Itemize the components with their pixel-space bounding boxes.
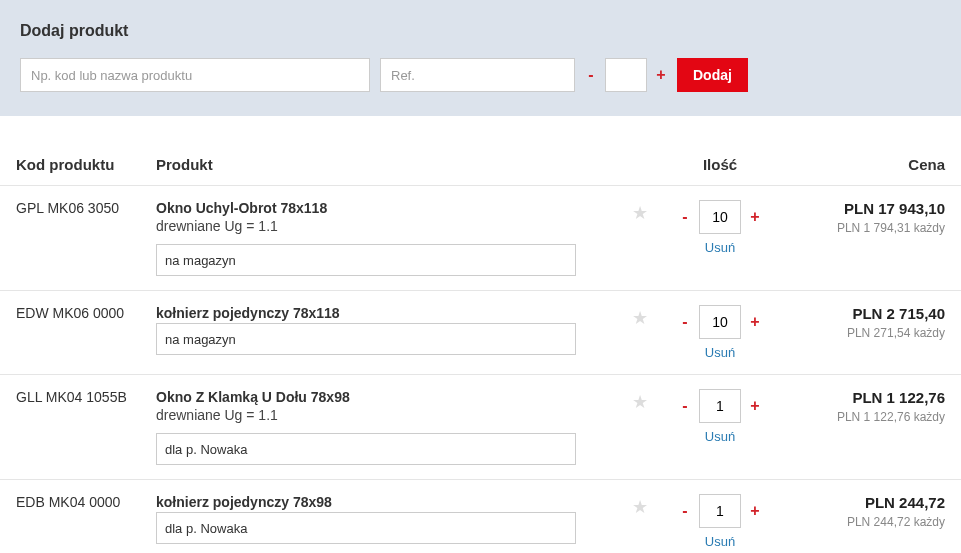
row-code: EDW MK06 0000: [16, 305, 156, 321]
row-qty: - + Usuń: [655, 494, 785, 549]
product-note-input[interactable]: [156, 512, 576, 544]
product-desc: drewniane Ug = 1.1: [156, 407, 615, 423]
add-panel-title: Dodaj produkt: [20, 22, 941, 40]
favorite-star-icon[interactable]: ★: [632, 497, 648, 517]
qty-minus-button[interactable]: -: [679, 397, 691, 415]
row-star: ★: [625, 200, 655, 224]
favorite-star-icon[interactable]: ★: [632, 203, 648, 223]
row-qty: - + Usuń: [655, 389, 785, 444]
qty-plus-button[interactable]: +: [749, 313, 761, 331]
row-qty-input[interactable]: [699, 305, 741, 339]
price-main: PLN 17 943,10: [785, 200, 945, 217]
row-star: ★: [625, 305, 655, 329]
row-price: PLN 17 943,10 PLN 1 794,31 każdy: [785, 200, 945, 235]
row-price: PLN 1 122,76 PLN 1 122,76 każdy: [785, 389, 945, 424]
row-price: PLN 2 715,40 PLN 271,54 każdy: [785, 305, 945, 340]
header-code: Kod produktu: [16, 156, 156, 173]
product-desc: drewniane Ug = 1.1: [156, 218, 615, 234]
table-row: EDB MK04 0000 kołnierz pojedynczy 78x98 …: [0, 480, 961, 553]
qty-wrap: - +: [655, 200, 785, 234]
product-note-input[interactable]: [156, 244, 576, 276]
row-code: GPL MK06 3050: [16, 200, 156, 216]
price-each: PLN 1 794,31 każdy: [785, 221, 945, 235]
row-product: kołnierz pojedynczy 78x118: [156, 305, 625, 355]
remove-link[interactable]: Usuń: [655, 534, 785, 549]
row-price: PLN 244,72 PLN 244,72 każdy: [785, 494, 945, 529]
row-qty-input[interactable]: [699, 389, 741, 423]
favorite-star-icon[interactable]: ★: [632, 308, 648, 328]
table-row: GPL MK06 3050 Okno Uchyl-Obrot 78x118 dr…: [0, 186, 961, 291]
ref-input[interactable]: [380, 58, 575, 92]
row-code: EDB MK04 0000: [16, 494, 156, 510]
row-qty-input[interactable]: [699, 494, 741, 528]
add-product-row: - + Dodaj: [20, 58, 941, 92]
qty-minus-button[interactable]: -: [585, 66, 597, 84]
qty-minus-button[interactable]: -: [679, 313, 691, 331]
product-name: Okno Uchyl-Obrot 78x118: [156, 200, 615, 216]
row-star: ★: [625, 494, 655, 518]
add-qty-input[interactable]: [605, 58, 647, 92]
product-note-input[interactable]: [156, 323, 576, 355]
price-main: PLN 2 715,40: [785, 305, 945, 322]
product-name: kołnierz pojedynczy 78x118: [156, 305, 615, 321]
table-row: GLL MK04 1055B Okno Z Klamką U Dołu 78x9…: [0, 375, 961, 480]
qty-wrap: - +: [655, 494, 785, 528]
qty-minus-button[interactable]: -: [679, 502, 691, 520]
qty-wrap: - +: [655, 389, 785, 423]
table-row: EDW MK06 0000 kołnierz pojedynczy 78x118…: [0, 291, 961, 375]
qty-wrap: - +: [655, 305, 785, 339]
product-search-input[interactable]: [20, 58, 370, 92]
qty-minus-button[interactable]: -: [679, 208, 691, 226]
row-qty: - + Usuń: [655, 200, 785, 255]
remove-link[interactable]: Usuń: [655, 240, 785, 255]
add-button[interactable]: Dodaj: [677, 58, 748, 92]
price-each: PLN 244,72 każdy: [785, 515, 945, 529]
price-each: PLN 1 122,76 każdy: [785, 410, 945, 424]
product-name: Okno Z Klamką U Dołu 78x98: [156, 389, 615, 405]
remove-link[interactable]: Usuń: [655, 345, 785, 360]
table-header: Kod produktu Produkt Ilość Cena: [0, 144, 961, 186]
row-qty-input[interactable]: [699, 200, 741, 234]
header-star: [625, 156, 655, 158]
favorite-star-icon[interactable]: ★: [632, 392, 648, 412]
qty-plus-button[interactable]: +: [749, 397, 761, 415]
price-main: PLN 244,72: [785, 494, 945, 511]
product-name: kołnierz pojedynczy 78x98: [156, 494, 615, 510]
row-product: Okno Uchyl-Obrot 78x118 drewniane Ug = 1…: [156, 200, 625, 276]
add-product-panel: Dodaj produkt - + Dodaj: [0, 0, 961, 116]
price-main: PLN 1 122,76: [785, 389, 945, 406]
header-qty: Ilość: [655, 156, 785, 173]
header-product: Produkt: [156, 156, 625, 173]
product-note-input[interactable]: [156, 433, 576, 465]
row-star: ★: [625, 389, 655, 413]
row-code: GLL MK04 1055B: [16, 389, 156, 405]
price-each: PLN 271,54 każdy: [785, 326, 945, 340]
row-qty: - + Usuń: [655, 305, 785, 360]
row-product: kołnierz pojedynczy 78x98: [156, 494, 625, 544]
qty-plus-button[interactable]: +: [749, 208, 761, 226]
row-product: Okno Z Klamką U Dołu 78x98 drewniane Ug …: [156, 389, 625, 465]
qty-plus-button[interactable]: +: [749, 502, 761, 520]
products-table: Kod produktu Produkt Ilość Cena GPL MK06…: [0, 144, 961, 553]
qty-plus-button[interactable]: +: [655, 66, 667, 84]
header-price: Cena: [785, 156, 945, 173]
remove-link[interactable]: Usuń: [655, 429, 785, 444]
add-qty-box: - +: [585, 58, 667, 92]
